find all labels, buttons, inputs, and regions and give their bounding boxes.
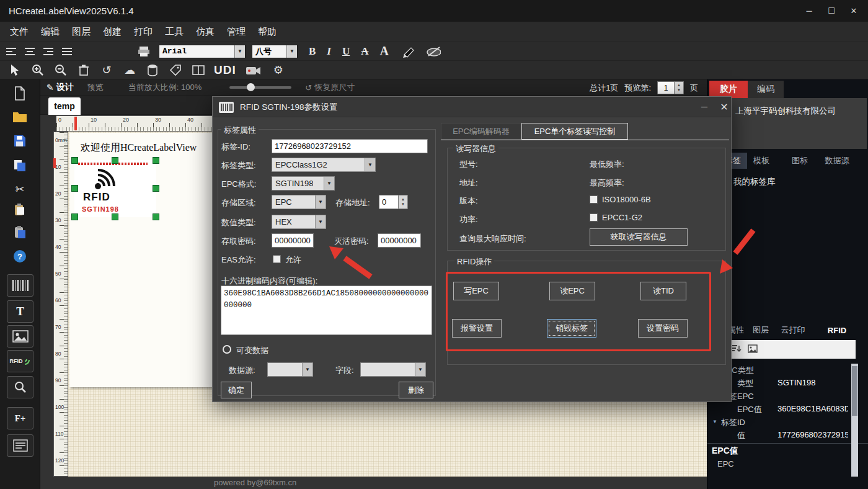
image-tool-button[interactable] [7, 325, 33, 348]
access-password-input[interactable] [272, 233, 314, 248]
rfid-element[interactable]: RFID SGTIN198 [74, 160, 156, 217]
chevron-down-icon[interactable]: ▼ [234, 45, 245, 58]
chevron-down-icon[interactable]: ▼ [302, 363, 312, 376]
selection-handle[interactable] [153, 213, 159, 220]
minimize-button[interactable]: ─ [800, 3, 818, 19]
tab-encode[interactable]: 编码 [748, 81, 784, 98]
rfid-tool-button[interactable]: RFID [7, 350, 33, 372]
tab-epc-decoder[interactable]: EPC编码解码器 [441, 123, 521, 140]
tag-id-input[interactable] [272, 139, 428, 153]
storage-address-input[interactable] [379, 195, 399, 209]
paste-icon[interactable] [9, 223, 31, 242]
database-icon[interactable] [145, 62, 160, 78]
dialog-close-button[interactable]: ✕ [716, 99, 732, 114]
spin-up-icon[interactable]: ▲ [401, 197, 405, 202]
open-folder-icon[interactable] [9, 108, 31, 127]
print-icon[interactable] [136, 44, 151, 59]
iso18000-checkbox[interactable] [590, 195, 598, 204]
menu-tools[interactable]: 工具 [165, 26, 184, 38]
chevron-down-icon[interactable]: ▼ [315, 215, 326, 228]
chevron-down-icon[interactable]: ▼ [415, 363, 425, 376]
text-tool-button[interactable]: T [7, 300, 33, 323]
expand-arrow-icon[interactable]: ▼ [712, 419, 717, 424]
selection-handle[interactable] [153, 185, 159, 192]
font-color-button[interactable]: A [380, 44, 389, 58]
dialog-header[interactable]: RFID SGTIN-198参数设置 ─ ✕ [213, 97, 731, 117]
tab-preview[interactable]: 预览 [87, 82, 104, 93]
strikethrough-button[interactable]: A [361, 45, 368, 58]
gear-icon[interactable]: ⚙ [271, 62, 286, 78]
new-document-icon[interactable] [9, 84, 31, 103]
welcome-text[interactable]: 欢迎使用HCreateLabelView [81, 141, 197, 155]
address-spin-arrows[interactable]: ▲▼ [399, 195, 408, 209]
scrollbar-thumb[interactable] [852, 366, 857, 416]
tag-type-select[interactable]: EPCClass1G2 ▼ [272, 158, 376, 172]
sort-icon[interactable] [732, 344, 742, 355]
epc-format-select[interactable]: SGTIN198 ▼ [272, 176, 335, 191]
menu-manage[interactable]: 管理 [227, 26, 246, 38]
selection-handle[interactable] [153, 157, 159, 164]
menu-print[interactable]: 打印 [134, 26, 153, 38]
chevron-down-icon[interactable]: ▼ [286, 45, 297, 58]
storage-area-select[interactable]: EPC ▼ [272, 195, 326, 209]
tab-design[interactable]: 设计 [56, 82, 74, 93]
spin-up-icon[interactable]: ▲ [677, 83, 681, 87]
ok-button[interactable]: 确定 [221, 382, 252, 398]
chevron-down-icon[interactable]: ▼ [315, 195, 326, 209]
eas-checkbox[interactable] [273, 255, 281, 263]
menu-help[interactable]: 帮助 [258, 26, 277, 38]
cursor-icon[interactable] [7, 62, 22, 78]
menu-file[interactable]: 文件 [10, 26, 29, 38]
thumbnail-icon[interactable] [748, 344, 758, 355]
selection-handle[interactable] [112, 213, 118, 220]
font-family-select[interactable]: Arial ▼ [159, 45, 246, 58]
fill-icon[interactable] [426, 44, 441, 59]
menu-create[interactable]: 创建 [103, 26, 122, 38]
tab-layers[interactable]: 图层 [748, 323, 773, 338]
page-spin-arrows[interactable]: ▲▼ [675, 81, 684, 94]
selection-handle[interactable] [71, 185, 78, 192]
selection-handle[interactable] [71, 213, 78, 220]
tab-epc-rw-control[interactable]: EPC单个标签读写控制 [521, 123, 628, 140]
align-right-icon[interactable] [41, 44, 56, 59]
brush-icon[interactable] [402, 44, 417, 59]
align-center-icon[interactable] [22, 44, 37, 59]
tab-datasource[interactable]: 数据源 [818, 153, 856, 169]
field-tool-button[interactable]: F+ [7, 407, 33, 429]
delete-icon[interactable] [76, 62, 91, 78]
save-icon[interactable] [9, 132, 31, 150]
selection-handle[interactable] [112, 157, 118, 164]
datasource-select[interactable]: ▼ [267, 362, 313, 377]
tag-icon[interactable] [168, 62, 183, 78]
zoom-in-icon[interactable] [30, 62, 45, 78]
maximize-button[interactable]: ☐ [822, 3, 841, 19]
package-icon[interactable] [191, 62, 206, 78]
property-row[interactable]: 值 17726968023729152 [707, 429, 851, 442]
tab-cloudprint[interactable]: 云打印 [776, 323, 810, 338]
cut-icon[interactable]: ✂ [9, 180, 31, 199]
restore-size-button[interactable]: 恢复原尺寸 [314, 82, 355, 93]
barcode-tool-button[interactable] [7, 274, 33, 297]
italic-button[interactable]: I [327, 45, 331, 58]
shape-tool-button[interactable] [7, 376, 33, 398]
tab-icons[interactable]: 图标 [786, 153, 814, 169]
tab-rfid[interactable]: RFID [823, 323, 851, 338]
align-justify-icon[interactable] [60, 44, 74, 59]
help-icon[interactable]: ? [9, 247, 31, 266]
zoom-slider-thumb[interactable] [247, 83, 255, 91]
copy-icon[interactable] [9, 201, 31, 220]
close-button[interactable]: ✕ [844, 3, 863, 19]
font-size-select[interactable]: 八号 ▼ [252, 45, 298, 58]
value-type-select[interactable]: HEX ▼ [272, 215, 326, 229]
spin-down-icon[interactable]: ▼ [401, 202, 405, 207]
delete-button[interactable]: 删除 [399, 382, 433, 398]
undo-icon[interactable]: ↺ [99, 62, 114, 78]
camera-icon[interactable] [244, 62, 263, 78]
cloud-icon[interactable]: ☁ [122, 62, 137, 78]
property-group-row[interactable]: ▼ 标签ID [707, 416, 851, 429]
menu-layer[interactable]: 图层 [72, 26, 91, 38]
menu-edit[interactable]: 编辑 [41, 26, 60, 38]
zoom-out-icon[interactable] [53, 62, 68, 78]
chevron-down-icon[interactable]: ▼ [324, 177, 334, 190]
underline-button[interactable]: U [342, 45, 350, 58]
